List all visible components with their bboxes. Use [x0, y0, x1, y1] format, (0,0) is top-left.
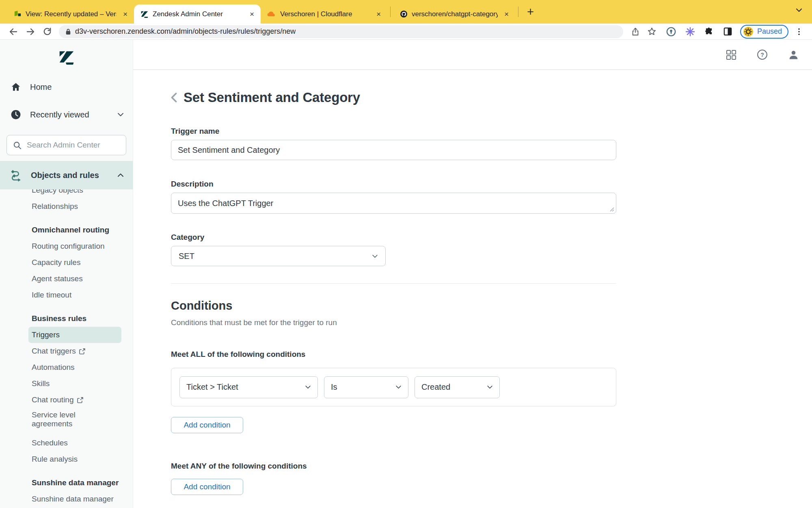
paused-label: Paused [757, 27, 782, 36]
page-title: Set Sentiment and Category [184, 90, 360, 105]
tab-separator [518, 7, 518, 17]
meet-any-label: Meet ANY of the following conditions [171, 462, 812, 471]
sidebar-item-relationships[interactable]: Relationships [0, 198, 133, 215]
dark-mode-extension-icon[interactable] [719, 26, 736, 37]
tab-separator [390, 7, 391, 17]
sidebar-item-home[interactable]: Home [0, 77, 133, 97]
close-icon[interactable]: × [247, 9, 257, 19]
forward-icon[interactable] [22, 25, 39, 38]
zendesk-admin-app: Home Recently viewed Objects and rules [0, 40, 812, 508]
sidebar-item-triggers[interactable]: Triggers [28, 327, 121, 343]
close-icon[interactable]: × [502, 9, 511, 19]
sidebar-item-skills[interactable]: Skills [0, 376, 133, 392]
new-tab-button[interactable]: + [521, 5, 540, 19]
help-icon[interactable]: ? [757, 49, 768, 60]
condition-field-select[interactable]: Ticket > Ticket [179, 376, 318, 398]
description-label: Description [171, 180, 812, 189]
chevron-down-icon [372, 254, 378, 258]
tab-search-chevron-icon[interactable] [796, 8, 802, 12]
add-condition-any-button[interactable]: Add condition [171, 479, 243, 495]
browser-toolbar: d3v-verschoren.zendesk.com/admin/objects… [0, 24, 812, 40]
tab-github-repo[interactable]: verschoren/chatgpt-category-v × [393, 4, 515, 24]
sidebar-section-business-rules: Business rules [0, 310, 133, 327]
password-manager-extension-icon[interactable] [663, 26, 680, 38]
tab-title: Zendesk Admin Center [153, 10, 243, 18]
zendesk-favicon [140, 10, 149, 18]
close-icon[interactable]: × [121, 9, 130, 19]
description-input[interactable] [171, 193, 616, 214]
meet-all-label: Meet ALL of the following conditions [171, 350, 812, 359]
close-icon[interactable]: × [374, 9, 383, 19]
category-value: SET [179, 252, 194, 261]
back-chevron-icon[interactable] [171, 92, 177, 103]
sidebar-section-objects-and-rules[interactable]: Objects and rules [0, 161, 133, 189]
tab-cloudflare[interactable]: Verschoren | Cloudflare × [261, 4, 387, 24]
tab-title: verschoren/chatgpt-category-v [412, 10, 498, 18]
trigger-name-input[interactable] [171, 140, 616, 160]
main-area: ? Set Sentiment and Category Trigger nam… [133, 40, 812, 508]
sidebar-nav-list: Legacy objects Relationships Omnichannel… [0, 182, 133, 508]
category-label: Category [171, 233, 812, 242]
sun-badge-icon [743, 26, 754, 37]
sidebar-item-service-level-agreements[interactable]: Service level agreements [0, 408, 133, 435]
condition-value-select[interactable]: Created [415, 376, 500, 398]
external-link-icon [79, 348, 85, 354]
clock-icon [11, 109, 21, 120]
conditions-heading: Conditions [171, 299, 812, 313]
tab-title: Verschoren | Cloudflare [280, 10, 370, 18]
resize-handle-icon[interactable] [610, 207, 614, 212]
condition-operator-select[interactable]: Is [324, 376, 408, 398]
url-text: d3v-verschoren.zendesk.com/admin/objects… [75, 27, 296, 36]
trigger-name-label: Trigger name [171, 127, 812, 136]
chevron-up-icon [117, 173, 124, 177]
extension-paused-button[interactable]: Paused [740, 25, 788, 39]
add-condition-all-button[interactable]: Add condition [171, 417, 243, 433]
sidebar-item-rule-analysis[interactable]: Rule analysis [0, 451, 133, 467]
chevron-down-icon [395, 385, 402, 389]
github-favicon [400, 10, 408, 18]
extensions-puzzle-icon[interactable] [701, 26, 717, 37]
sidebar-section-sunshine-data-manager: Sunshine data manager [0, 475, 133, 491]
search-icon [13, 141, 22, 150]
sidebar-item-capacity-rules[interactable]: Capacity rules [0, 254, 133, 271]
search-input[interactable] [27, 141, 120, 150]
apps-grid-icon[interactable] [726, 50, 736, 60]
home-label: Home [30, 82, 124, 92]
sidebar-item-agent-statuses[interactable]: Agent statuses [0, 271, 133, 287]
sidebar-item-chat-triggers[interactable]: Chat triggers [0, 343, 133, 359]
admin-search-box[interactable] [6, 135, 126, 155]
sidebar-item-schedules[interactable]: Schedules [0, 435, 133, 451]
objects-and-rules-label: Objects and rules [31, 171, 109, 180]
zendesk-logo[interactable] [0, 40, 133, 74]
conditions-subheading: Conditions that must be met for the trig… [171, 318, 812, 327]
zendesk-views-favicon [14, 10, 22, 18]
sidebar-item-routing-configuration[interactable]: Routing configuration [0, 238, 133, 254]
reload-icon[interactable] [39, 25, 56, 38]
condition-row: Ticket > Ticket Is Created [171, 368, 616, 406]
sidebar-item-idle-timeout[interactable]: Idle timeout [0, 287, 133, 303]
user-profile-icon[interactable] [788, 49, 799, 60]
extension-icons [663, 26, 736, 38]
external-link-icon [77, 397, 83, 403]
url-bar[interactable]: d3v-verschoren.zendesk.com/admin/objects… [59, 25, 623, 38]
lock-icon [65, 28, 71, 35]
tab-recently-updated[interactable]: View: Recently updated – Vers × [7, 4, 134, 24]
cloudflare-favicon [267, 11, 276, 17]
chevron-down-icon [117, 113, 124, 117]
asterisk-extension-icon[interactable] [682, 26, 699, 38]
back-icon[interactable] [5, 25, 22, 38]
bookmark-star-icon[interactable] [644, 26, 660, 37]
sidebar-item-sunshine-data-manager[interactable]: Sunshine data manager [0, 491, 133, 507]
tab-zendesk-admin-center[interactable]: Zendesk Admin Center × [134, 4, 261, 24]
sidebar-item-recently-viewed[interactable]: Recently viewed [0, 105, 133, 124]
svg-text:?: ? [760, 52, 764, 58]
share-icon[interactable] [627, 26, 644, 37]
category-select[interactable]: SET [171, 246, 386, 266]
chevron-down-icon [305, 385, 311, 389]
browser-tab-strip: View: Recently updated – Vers × Zendesk … [0, 0, 812, 24]
sidebar-item-chat-routing[interactable]: Chat routing [0, 392, 133, 408]
trigger-form: Set Sentiment and Category Trigger name … [133, 70, 812, 508]
sidebar-item-automations[interactable]: Automations [0, 359, 133, 376]
admin-top-bar: ? [133, 40, 812, 70]
browser-menu-kebab-icon[interactable] [791, 26, 807, 37]
